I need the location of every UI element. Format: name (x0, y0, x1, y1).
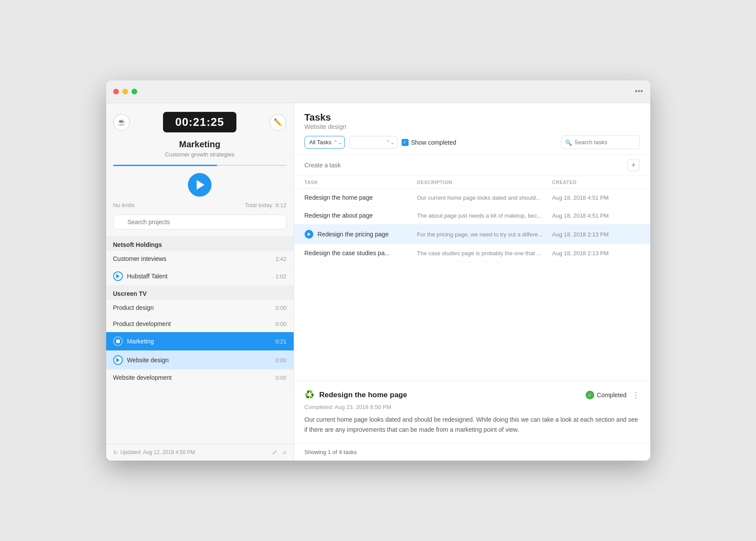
group-header-uscreen: Uscreen TV (106, 286, 294, 300)
coffee-icon[interactable]: ☕ (113, 114, 130, 131)
project-item-label: Product design (113, 304, 276, 311)
expand-icon[interactable]: ⤢ (272, 448, 277, 456)
stop-square-icon (116, 340, 120, 343)
more-options-icon[interactable]: ⋮ (632, 390, 640, 400)
play-triangle-icon (197, 180, 205, 190)
list-item[interactable]: Product development 0:00 (106, 316, 294, 332)
col-created: CREATED (552, 180, 640, 185)
project-list: Netsoft Holdings Customer inteviews 2:42… (106, 237, 294, 444)
search-tasks-wrapper: 🔍 (561, 135, 640, 149)
project-item-time: 0:00 (275, 375, 286, 381)
maximize-button[interactable] (132, 89, 137, 94)
tasks-panel: Tasks Website design All Tasks ⌃⌄ ⌃⌄ (294, 103, 650, 461)
tasks-header: Tasks Website design All Tasks ⌃⌄ ⌃⌄ (294, 103, 650, 155)
task-table: TASK DESCRIPTION CREATED Redesign the ho… (294, 176, 650, 381)
detail-date: Completed: Aug 23, 2018 8:50 PM (305, 404, 640, 410)
task-name: Redesign the about page (305, 212, 373, 219)
project-item-label: Customer inteviews (113, 255, 276, 262)
project-item-time: 0:00 (275, 357, 286, 364)
task-description: The about page just needs a bit of makeu… (417, 212, 552, 219)
detail-right: ✓ Completed ⋮ (586, 390, 640, 400)
list-item[interactable]: Customer inteviews 2:42 (106, 251, 294, 267)
progress-bar (113, 165, 287, 166)
table-row-active[interactable]: Redesign the pricing page For the pricin… (294, 225, 650, 244)
project-item-time: 0:00 (275, 321, 286, 327)
search-projects-wrapper: 🔍 (113, 215, 287, 229)
sort-select[interactable] (349, 136, 397, 149)
task-play-icon (305, 230, 313, 239)
group-header-netsoft: Netsoft Holdings (106, 237, 294, 251)
search-icon: 🔍 (565, 139, 572, 146)
task-description: Our current home page looks dated and sh… (417, 194, 552, 201)
refresh-icon: ↻ (113, 449, 118, 456)
list-item[interactable]: Hubstaff Talent 1:02 (106, 267, 294, 286)
task-name-cell: Redesign the pricing page (305, 230, 417, 239)
app-window: ••• ☕ 00:21:25 ✏️ Marketing Customer gro… (106, 80, 650, 461)
list-item-marketing-active[interactable]: Marketing 0:21 (106, 332, 294, 351)
sidebar: ☕ 00:21:25 ✏️ Marketing Customer growth … (106, 103, 294, 461)
task-created: Aug 18, 2018 4:51 PM (552, 194, 640, 201)
active-project-name: Marketing (179, 139, 220, 149)
col-description: DESCRIPTION (417, 180, 552, 185)
play-button[interactable] (188, 173, 212, 197)
no-limits-label: No limits (113, 202, 135, 208)
edit-icon[interactable]: ✏️ (270, 114, 286, 131)
add-task-button[interactable]: + (628, 159, 640, 171)
create-task-input[interactable] (305, 162, 628, 169)
sidebar-icons-row: ☕ 00:21:25 ✏️ (113, 112, 287, 132)
search-tasks-input[interactable] (561, 135, 640, 149)
completed-badge: ✓ Completed (586, 391, 627, 399)
show-completed-checkbox[interactable]: ✓ (402, 139, 409, 146)
list-item[interactable]: Website development 0:00 (106, 370, 294, 386)
project-item-time: 2:42 (275, 256, 286, 262)
sidebar-top: ☕ 00:21:25 ✏️ Marketing Customer growth … (106, 103, 294, 237)
filter-select[interactable]: All Tasks (305, 136, 345, 149)
more-options-icon[interactable]: ••• (635, 87, 643, 96)
tasks-subtitle: Website design (305, 123, 640, 130)
tasks-count: Showing 1 of 4 tasks (305, 449, 357, 455)
table-row[interactable]: Redesign the case studies pa... The case… (294, 244, 650, 262)
recycle-icon: ♻️ (305, 390, 315, 400)
task-created: Aug 18, 2018 4:51 PM (552, 212, 640, 219)
timer-display: 00:21:25 (163, 112, 236, 132)
sidebar-footer: ↻ Updated: Aug 12, 2018 4:50 PM ⤢ « (106, 444, 294, 461)
collapse-icon[interactable]: « (283, 448, 286, 456)
checkmark-icon: ✓ (588, 392, 592, 398)
tasks-title: Tasks (305, 112, 640, 123)
task-description: For the pricing page, we need to try out… (417, 231, 552, 238)
detail-body: Our current home page looks dated and sh… (305, 415, 640, 434)
list-item-website-design-active[interactable]: Website design 0:00 (106, 351, 294, 370)
table-row[interactable]: Redesign the home page Our current home … (294, 189, 650, 207)
close-button[interactable] (113, 89, 119, 94)
filter-select-wrapper: All Tasks ⌃⌄ (305, 136, 345, 149)
project-item-time: 0:00 (275, 305, 286, 311)
task-table-header: TASK DESCRIPTION CREATED (294, 176, 650, 189)
play-triangle-icon (308, 232, 311, 236)
task-name: Redesign the home page (305, 194, 373, 201)
total-today-label: Total today: 8:12 (245, 202, 286, 208)
search-projects-input[interactable] (113, 215, 287, 229)
list-item[interactable]: Product design 0:00 (106, 300, 294, 316)
minimize-button[interactable] (122, 89, 128, 94)
play-icon (113, 355, 123, 365)
create-task-bar: + (294, 155, 650, 176)
project-item-time: 1:02 (275, 273, 286, 280)
task-name: Redesign the pricing page (318, 231, 389, 238)
task-name: Redesign the case studies pa... (305, 250, 390, 257)
completed-check-icon: ✓ (586, 391, 594, 399)
project-item-label: Hubstaff Talent (127, 273, 276, 280)
stop-icon (113, 336, 123, 346)
detail-panel: ♻️ Redesign the home page ✓ Completed ⋮ (294, 381, 650, 443)
sort-select-wrapper: ⌃⌄ (349, 136, 397, 149)
tasks-toolbar: All Tasks ⌃⌄ ⌃⌄ ✓ Show com (305, 135, 640, 149)
time-row: No limits Total today: 8:12 (113, 202, 287, 208)
table-row[interactable]: Redesign the about page The about page j… (294, 207, 650, 225)
show-completed-label[interactable]: ✓ Show completed (402, 139, 457, 146)
project-item-label: Website development (113, 374, 276, 381)
play-icon (113, 271, 123, 281)
project-item-label: Marketing (127, 338, 276, 345)
project-item-time: 0:21 (275, 338, 286, 345)
play-triangle-icon (116, 358, 120, 362)
footer-updated-text: Updated: Aug 12, 2018 4:50 PM (121, 449, 195, 455)
play-triangle-icon (116, 274, 120, 278)
